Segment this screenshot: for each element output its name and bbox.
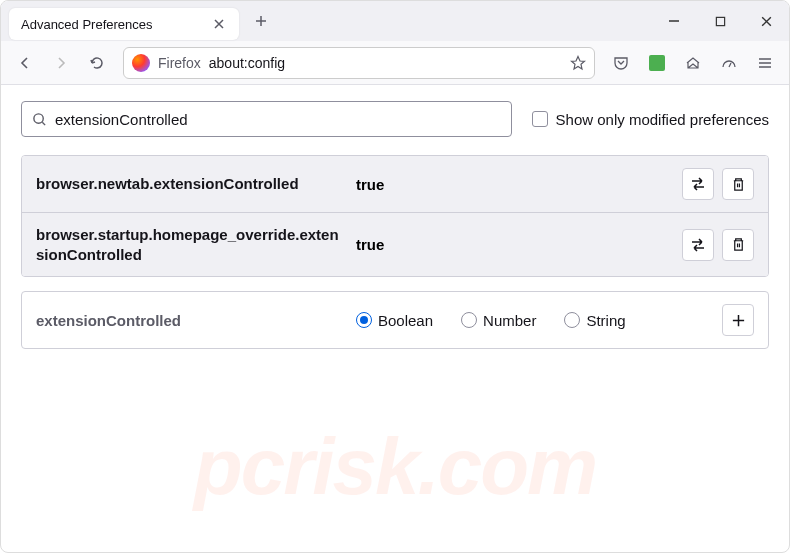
toggle-button[interactable] <box>682 168 714 200</box>
new-pref-row: extensionControlled Boolean Number Strin… <box>21 291 769 349</box>
pref-name: browser.startup.homepage_override.extens… <box>36 225 346 264</box>
radio-boolean[interactable]: Boolean <box>356 312 433 329</box>
svg-rect-0 <box>716 17 724 25</box>
reload-button[interactable] <box>81 47 113 79</box>
new-tab-button[interactable] <box>247 7 275 35</box>
maximize-button[interactable] <box>697 1 743 41</box>
show-modified-checkbox[interactable] <box>532 111 548 127</box>
toggle-button[interactable] <box>682 229 714 261</box>
search-box[interactable] <box>21 101 512 137</box>
radio-icon <box>461 312 477 328</box>
pref-value: true <box>356 176 672 193</box>
new-pref-name: extensionControlled <box>36 312 346 329</box>
svg-point-1 <box>34 113 43 122</box>
radio-label-text: Boolean <box>378 312 433 329</box>
url-bar[interactable]: Firefox about:config <box>123 47 595 79</box>
radio-label-text: String <box>586 312 625 329</box>
radio-string[interactable]: String <box>564 312 625 329</box>
radio-number[interactable]: Number <box>461 312 536 329</box>
extension-icon[interactable] <box>641 47 673 79</box>
show-modified-label[interactable]: Show only modified preferences <box>532 111 769 128</box>
type-options: Boolean Number String <box>356 312 712 329</box>
urlbar-brand: Firefox <box>158 55 201 71</box>
bookmark-star-icon[interactable] <box>570 55 586 71</box>
minimize-button[interactable] <box>651 1 697 41</box>
pocket-icon[interactable] <box>605 47 637 79</box>
pref-row: browser.startup.homepage_override.extens… <box>22 213 768 276</box>
add-button[interactable] <box>722 304 754 336</box>
radio-icon <box>564 312 580 328</box>
close-icon[interactable] <box>211 16 227 32</box>
window-controls <box>651 1 789 41</box>
menu-button[interactable] <box>749 47 781 79</box>
gauge-icon[interactable] <box>713 47 745 79</box>
browser-tab[interactable]: Advanced Preferences <box>9 8 239 40</box>
forward-button[interactable] <box>45 47 77 79</box>
radio-icon <box>356 312 372 328</box>
preferences-table: browser.newtab.extensionControlled true … <box>21 155 769 277</box>
pref-value: true <box>356 236 672 253</box>
firefox-icon <box>132 54 150 72</box>
mail-icon[interactable] <box>677 47 709 79</box>
close-window-button[interactable] <box>743 1 789 41</box>
toolbar: Firefox about:config <box>1 41 789 85</box>
content-area: Show only modified preferences browser.n… <box>1 85 789 365</box>
pref-name: browser.newtab.extensionControlled <box>36 174 346 194</box>
pref-row: browser.newtab.extensionControlled true <box>22 156 768 213</box>
titlebar: Advanced Preferences <box>1 1 789 41</box>
search-icon <box>32 112 47 127</box>
tab-title: Advanced Preferences <box>21 17 203 32</box>
radio-label-text: Number <box>483 312 536 329</box>
back-button[interactable] <box>9 47 41 79</box>
delete-button[interactable] <box>722 168 754 200</box>
checkbox-text: Show only modified preferences <box>556 111 769 128</box>
delete-button[interactable] <box>722 229 754 261</box>
search-input[interactable] <box>55 111 501 128</box>
urlbar-text: about:config <box>209 55 562 71</box>
